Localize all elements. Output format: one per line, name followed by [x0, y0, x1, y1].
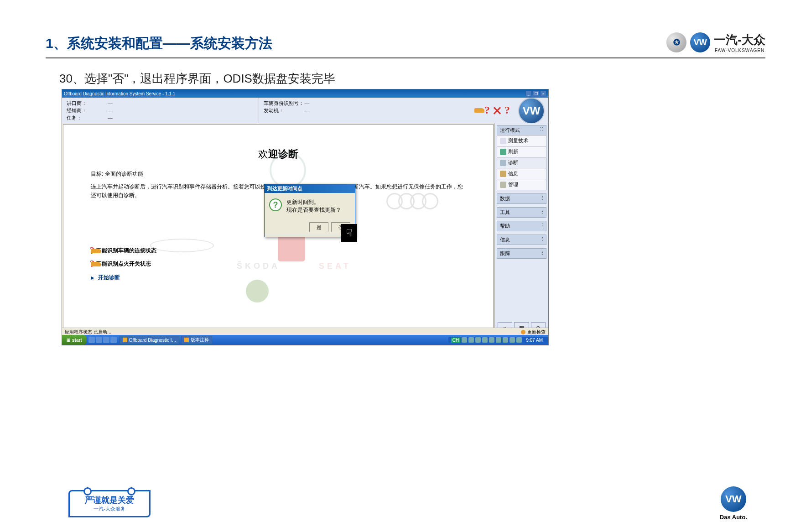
- bentley-watermark-icon: [150, 239, 214, 261]
- warning-dot-icon: [521, 330, 525, 334]
- clock[interactable]: 9:07 AM: [523, 338, 546, 343]
- collapse-icon: ⵘ: [540, 127, 543, 134]
- dialog-message: 更新时间到。 现在是否要查找更新？: [286, 198, 341, 214]
- header-status-icons: ? ?: [455, 98, 515, 123]
- info-col-right: 车辆身份识别号：— 发动机：—: [259, 98, 456, 123]
- odis-body: ŠKODA SEAT 欢迎诊断 目标: 全面的诊断功能 连上汽车并起动诊断后，进…: [62, 123, 548, 338]
- diagnosis-icon: [500, 160, 506, 166]
- quick-launch: [87, 337, 119, 343]
- main-content-area: ŠKODA SEAT 欢迎诊断 目标: 全面的诊断功能 连上汽车并起动诊断后，进…: [63, 124, 494, 337]
- faw-vw-logo: ✪ VW 一汽-大众 FAW-VOLKSWAGEN: [666, 32, 765, 53]
- expand-icon: ⵗ: [541, 195, 543, 202]
- tray-icon[interactable]: [489, 337, 494, 343]
- slide-header: 1、系统安装和配置——系统安装方法 ✪ VW 一汽-大众 FAW-VOLKSWA…: [46, 32, 765, 58]
- right-sidebar: 运行模式ⵘ 测量技术 刷新 诊断 信息 管理 数据ⵗ 工具ⵗ 帮助ⵗ 信息ⵗ 跟…: [494, 123, 548, 338]
- car-status-icon: ?: [474, 104, 490, 116]
- faw-brand-text: 一汽-大众 FAW-VOLKSWAGEN: [714, 32, 765, 53]
- vin-value: —: [305, 100, 310, 106]
- tray-icon[interactable]: [462, 337, 467, 343]
- status-text: 应用程序状态 已启动…: [65, 329, 112, 335]
- expand-icon: ⵗ: [541, 223, 543, 229]
- sidebar-header-help[interactable]: 帮助ⵗ: [497, 221, 546, 231]
- question-icon: ?: [504, 104, 510, 116]
- expand-icon: ⵗ: [541, 236, 543, 243]
- start-diagnosis-link[interactable]: ▶ 开始诊断: [91, 274, 466, 282]
- close-button[interactable]: ×: [540, 91, 546, 96]
- tray-icon[interactable]: [503, 337, 508, 343]
- odis-app-window: Offboard Diagnostic Information System S…: [62, 89, 549, 345]
- dialog-title[interactable]: 到达更新时间点: [265, 184, 355, 193]
- seat-text-watermark: SEAT: [319, 261, 351, 271]
- ql-icon[interactable]: [88, 337, 95, 343]
- tray-icon[interactable]: [475, 337, 481, 343]
- ql-icon[interactable]: [110, 337, 117, 343]
- play-icon: ▶: [91, 275, 94, 280]
- slide-title: 1、系统安装和配置——系统安装方法: [46, 34, 272, 53]
- vw-emblem-icon: VW: [690, 32, 710, 52]
- tray-icon[interactable]: [468, 337, 474, 343]
- windows-icon: ⊞: [67, 338, 70, 343]
- vehicle-info-panel: 讲口商：— 经销商：— 任务：— 车辆身份识别号：— 发动机：— ? ? VW: [62, 98, 548, 123]
- sidebar-header-runmode[interactable]: 运行模式ⵘ: [497, 125, 546, 136]
- yes-button[interactable]: 是: [309, 222, 328, 232]
- status-bar-right: 更新检查: [521, 329, 546, 335]
- sidebar-item-diagnosis[interactable]: 诊断: [497, 157, 546, 168]
- audi-watermark-icon: [391, 193, 438, 209]
- maximize-button[interactable]: ❐: [533, 91, 539, 96]
- folder-icon: [500, 182, 506, 188]
- refresh-icon: [500, 149, 506, 155]
- taskbar-item-notes[interactable]: 版本注释: [181, 336, 212, 344]
- slide-step-text: 30、选择"否"，退出程序界面，ODIS数据盘安装完毕: [59, 71, 335, 87]
- window-titlebar[interactable]: Offboard Diagnostic Information System S…: [62, 89, 548, 98]
- expand-icon: ⵗ: [541, 250, 543, 257]
- vw-logo-icon: VW: [518, 98, 545, 124]
- dealer-value: —: [108, 108, 113, 113]
- cursor-hand-icon: ☟: [341, 224, 357, 242]
- windows-taskbar: ⊞ start Offboard Diagnostic I… 版本注释 CH: [62, 335, 548, 345]
- window-title: Offboard Diagnostic Information System S…: [64, 91, 175, 96]
- faw-emblem-icon: ✪: [666, 32, 686, 52]
- sidebar-item-info[interactable]: 信息: [497, 168, 546, 179]
- task-label: 任务：: [67, 115, 108, 121]
- care-badge: 严谨就是关爱 一汽-大众服务: [68, 490, 151, 517]
- seat-logo-watermark-icon: [278, 234, 305, 261]
- dealer-label: 经销商：: [67, 107, 108, 114]
- taskbar-item-odis[interactable]: Offboard Diagnostic I…: [120, 336, 180, 344]
- app-icon: [184, 338, 189, 342]
- tray-icon[interactable]: [482, 337, 488, 343]
- sidebar-item-refresh[interactable]: 刷新: [497, 146, 546, 157]
- tray-icon[interactable]: [509, 337, 515, 343]
- importer-value: —: [108, 100, 113, 106]
- x-mark-icon: [493, 106, 502, 115]
- sidebar-item-admin[interactable]: 管理: [497, 179, 546, 190]
- app-icon: [123, 338, 127, 342]
- skoda-logo-watermark-icon: [246, 280, 269, 303]
- sidebar-item-measure[interactable]: 测量技术: [497, 135, 546, 146]
- slide-footer: 严谨就是关爱 一汽-大众服务 VW Das Auto.: [68, 486, 747, 521]
- tray-lang[interactable]: CH: [451, 338, 460, 343]
- tray-icon[interactable]: [496, 337, 501, 343]
- importer-label: 讲口商：: [67, 100, 108, 107]
- sidebar-header-trace[interactable]: 跟踪ⵗ: [497, 248, 546, 259]
- sidebar-header-data[interactable]: 数据ⵗ: [497, 193, 546, 204]
- expand-icon: ⵗ: [541, 209, 543, 216]
- ql-icon[interactable]: [96, 337, 102, 343]
- vw-emblem-icon: VW: [721, 486, 746, 512]
- info-col-left: 讲口商：— 经销商：— 任务：—: [62, 98, 259, 123]
- skoda-text-watermark: ŠKODA: [237, 261, 280, 271]
- footer-vw-logo: VW Das Auto.: [720, 486, 747, 521]
- engine-label: 发动机：: [264, 107, 305, 114]
- task-value: —: [108, 115, 113, 120]
- minimize-button[interactable]: _: [525, 91, 532, 96]
- ql-icon[interactable]: [103, 337, 109, 343]
- engine-value: —: [305, 108, 310, 113]
- sidebar-header-info2[interactable]: 信息ⵗ: [497, 235, 546, 245]
- vin-label: 车辆身份识别号：: [264, 100, 305, 107]
- book-icon: [500, 171, 506, 177]
- question-circle-icon: ?: [269, 198, 282, 211]
- sidebar-header-tools[interactable]: 工具ⵗ: [497, 207, 546, 218]
- system-tray: CH 9:07 AM: [448, 337, 548, 343]
- vw-watermark-icon: [270, 152, 306, 188]
- tray-icon[interactable]: [516, 337, 522, 343]
- start-button[interactable]: ⊞ start: [62, 335, 87, 345]
